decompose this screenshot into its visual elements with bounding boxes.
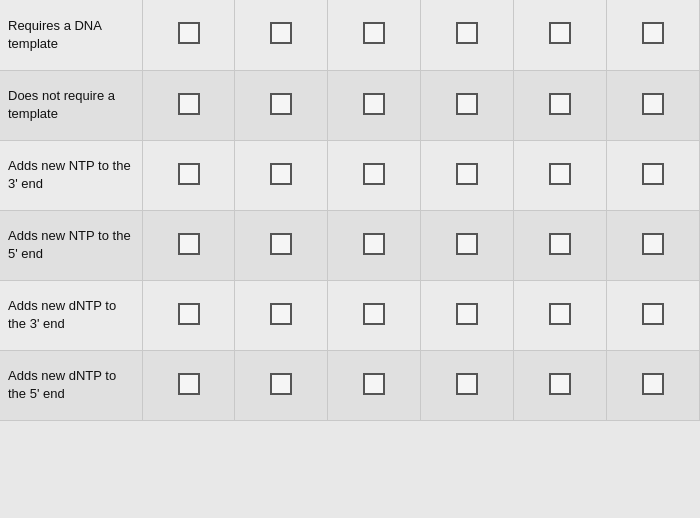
- checkbox-adds-dntp-5-end-3[interactable]: [456, 373, 478, 395]
- checkbox-does-not-require-template-0[interactable]: [178, 93, 200, 115]
- checkbox-cell-requires-dna-template-5: [607, 0, 700, 70]
- checkbox-cell-adds-dntp-3-end-5: [607, 280, 700, 350]
- checkbox-adds-ntp-3-end-4[interactable]: [549, 163, 571, 185]
- checkbox-cell-requires-dna-template-1: [235, 0, 328, 70]
- checkbox-adds-ntp-5-end-5[interactable]: [642, 233, 664, 255]
- table-row-requires-dna-template: Requires a DNA template: [0, 0, 700, 70]
- checkbox-adds-dntp-3-end-0[interactable]: [178, 303, 200, 325]
- checkbox-adds-ntp-5-end-3[interactable]: [456, 233, 478, 255]
- main-table-container: Requires a DNA templateDoes not require …: [0, 0, 700, 518]
- checkbox-cell-adds-dntp-3-end-2: [328, 280, 421, 350]
- checkbox-does-not-require-template-5[interactable]: [642, 93, 664, 115]
- checkbox-requires-dna-template-4[interactable]: [549, 22, 571, 44]
- checkbox-cell-adds-ntp-3-end-1: [235, 140, 328, 210]
- checkbox-adds-ntp-5-end-4[interactable]: [549, 233, 571, 255]
- table-row-adds-dntp-5-end: Adds new dNTP to the 5' end: [0, 350, 700, 420]
- checkbox-requires-dna-template-1[interactable]: [270, 22, 292, 44]
- checkbox-requires-dna-template-0[interactable]: [178, 22, 200, 44]
- checkbox-cell-does-not-require-template-2: [328, 70, 421, 140]
- checkbox-adds-dntp-3-end-5[interactable]: [642, 303, 664, 325]
- checkbox-does-not-require-template-3[interactable]: [456, 93, 478, 115]
- checkbox-adds-ntp-5-end-1[interactable]: [270, 233, 292, 255]
- checkbox-requires-dna-template-2[interactable]: [363, 22, 385, 44]
- row-label-adds-ntp-3-end: Adds new NTP to the 3' end: [0, 140, 142, 210]
- checkbox-cell-adds-ntp-3-end-2: [328, 140, 421, 210]
- checkbox-adds-ntp-3-end-0[interactable]: [178, 163, 200, 185]
- checkbox-cell-adds-ntp-5-end-0: [142, 210, 235, 280]
- checkbox-adds-ntp-5-end-2[interactable]: [363, 233, 385, 255]
- checkbox-cell-adds-ntp-5-end-1: [235, 210, 328, 280]
- checkbox-cell-adds-ntp-3-end-4: [514, 140, 607, 210]
- checkbox-cell-does-not-require-template-3: [421, 70, 514, 140]
- checkbox-cell-adds-dntp-3-end-4: [514, 280, 607, 350]
- checkbox-cell-adds-dntp-5-end-2: [328, 350, 421, 420]
- checkbox-cell-adds-ntp-3-end-0: [142, 140, 235, 210]
- row-label-requires-dna-template: Requires a DNA template: [0, 0, 142, 70]
- checkbox-cell-adds-dntp-5-end-3: [421, 350, 514, 420]
- checkbox-adds-dntp-5-end-1[interactable]: [270, 373, 292, 395]
- checkbox-cell-does-not-require-template-0: [142, 70, 235, 140]
- checkbox-adds-ntp-3-end-1[interactable]: [270, 163, 292, 185]
- checkbox-adds-dntp-5-end-5[interactable]: [642, 373, 664, 395]
- checkbox-cell-does-not-require-template-1: [235, 70, 328, 140]
- checkbox-adds-ntp-5-end-0[interactable]: [178, 233, 200, 255]
- row-label-adds-dntp-5-end: Adds new dNTP to the 5' end: [0, 350, 142, 420]
- checkbox-cell-does-not-require-template-5: [607, 70, 700, 140]
- checkbox-cell-requires-dna-template-3: [421, 0, 514, 70]
- checkbox-cell-adds-ntp-5-end-4: [514, 210, 607, 280]
- checkbox-adds-dntp-3-end-2[interactable]: [363, 303, 385, 325]
- checkbox-cell-adds-dntp-5-end-0: [142, 350, 235, 420]
- checkbox-cell-adds-dntp-3-end-3: [421, 280, 514, 350]
- checkbox-requires-dna-template-3[interactable]: [456, 22, 478, 44]
- checkbox-cell-requires-dna-template-4: [514, 0, 607, 70]
- checkbox-cell-adds-dntp-5-end-4: [514, 350, 607, 420]
- checkbox-cell-adds-dntp-3-end-0: [142, 280, 235, 350]
- checkbox-adds-ntp-3-end-5[interactable]: [642, 163, 664, 185]
- checkbox-cell-adds-dntp-5-end-5: [607, 350, 700, 420]
- checkbox-adds-ntp-3-end-3[interactable]: [456, 163, 478, 185]
- row-label-adds-dntp-3-end: Adds new dNTP to the 3' end: [0, 280, 142, 350]
- checkbox-adds-dntp-3-end-3[interactable]: [456, 303, 478, 325]
- checkbox-cell-adds-dntp-3-end-1: [235, 280, 328, 350]
- checkbox-adds-dntp-5-end-4[interactable]: [549, 373, 571, 395]
- checkbox-cell-adds-ntp-5-end-2: [328, 210, 421, 280]
- row-label-adds-ntp-5-end: Adds new NTP to the 5' end: [0, 210, 142, 280]
- checkbox-cell-requires-dna-template-2: [328, 0, 421, 70]
- checkbox-adds-dntp-3-end-1[interactable]: [270, 303, 292, 325]
- checkbox-cell-requires-dna-template-0: [142, 0, 235, 70]
- table-row-adds-ntp-5-end: Adds new NTP to the 5' end: [0, 210, 700, 280]
- checkbox-cell-adds-ntp-5-end-5: [607, 210, 700, 280]
- table-row-adds-ntp-3-end: Adds new NTP to the 3' end: [0, 140, 700, 210]
- checkbox-adds-dntp-3-end-4[interactable]: [549, 303, 571, 325]
- checkbox-adds-dntp-5-end-0[interactable]: [178, 373, 200, 395]
- checkbox-adds-dntp-5-end-2[interactable]: [363, 373, 385, 395]
- table-row-adds-dntp-3-end: Adds new dNTP to the 3' end: [0, 280, 700, 350]
- checkbox-requires-dna-template-5[interactable]: [642, 22, 664, 44]
- table-row-does-not-require-template: Does not require a template: [0, 70, 700, 140]
- checkbox-adds-ntp-3-end-2[interactable]: [363, 163, 385, 185]
- checkbox-does-not-require-template-2[interactable]: [363, 93, 385, 115]
- checkbox-cell-adds-ntp-5-end-3: [421, 210, 514, 280]
- characteristics-table: Requires a DNA templateDoes not require …: [0, 0, 700, 421]
- checkbox-cell-adds-ntp-3-end-3: [421, 140, 514, 210]
- checkbox-does-not-require-template-4[interactable]: [549, 93, 571, 115]
- checkbox-cell-adds-ntp-3-end-5: [607, 140, 700, 210]
- checkbox-cell-adds-dntp-5-end-1: [235, 350, 328, 420]
- checkbox-does-not-require-template-1[interactable]: [270, 93, 292, 115]
- row-label-does-not-require-template: Does not require a template: [0, 70, 142, 140]
- checkbox-cell-does-not-require-template-4: [514, 70, 607, 140]
